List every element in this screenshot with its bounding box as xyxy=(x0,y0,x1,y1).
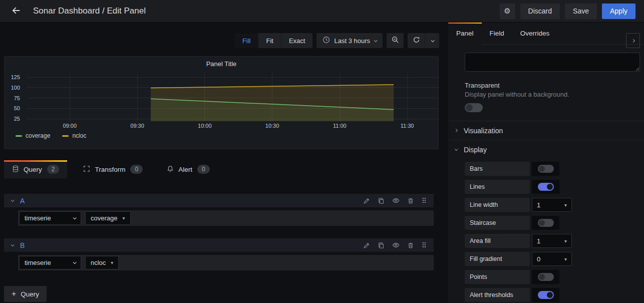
panel-title[interactable]: Panel Title xyxy=(5,57,438,70)
option-row-fill-gradient: Fill gradient0▾ xyxy=(465,252,640,266)
edit-panel-content: Fill Fit Exact Last 3 hours xyxy=(0,23,448,303)
time-range-picker[interactable]: Last 3 hours xyxy=(316,33,383,48)
transparent-description: Display panel without a background. xyxy=(465,91,640,98)
legend-swatch xyxy=(16,135,22,137)
tab-label: Query xyxy=(24,166,42,173)
option-row-alert-thresholds: Alert thresholds xyxy=(465,288,640,302)
bell-icon xyxy=(167,165,174,174)
legend-item-coverage[interactable]: coverage xyxy=(16,132,50,139)
tab-transform[interactable]: Transform 0 xyxy=(75,160,151,178)
drag-handle-icon[interactable]: ⠿ xyxy=(422,197,427,204)
datasource-select[interactable]: timeserie xyxy=(19,211,81,225)
sidebar-tab-panel[interactable]: Panel xyxy=(448,23,482,44)
tab-query[interactable]: Query 2 xyxy=(4,160,67,178)
sidebar-tab-overrides[interactable]: Overrides xyxy=(512,23,558,44)
metric-select[interactable]: coverage ▾ xyxy=(85,211,131,225)
lines-toggle[interactable] xyxy=(532,180,559,194)
legend-item-ncloc[interactable]: ncloc xyxy=(62,132,86,139)
toggle-pill xyxy=(538,219,554,227)
clock-icon xyxy=(323,36,330,45)
arrow-left-icon xyxy=(11,5,22,18)
query-row-header[interactable]: B ⠿ xyxy=(4,238,434,252)
option-row-lines: Lines xyxy=(465,180,640,194)
discard-button[interactable]: Discard xyxy=(520,4,560,19)
section-display[interactable]: Display xyxy=(448,140,644,159)
chevron-right-icon xyxy=(631,39,634,42)
toggle-knob xyxy=(466,104,473,111)
points-toggle[interactable] xyxy=(532,270,559,284)
option-sections: Visualization Display BarsLinesLine widt… xyxy=(448,121,644,302)
page-title: Sonar Dashboard / Edit Panel xyxy=(33,6,146,16)
query-row-actions: ⠿ xyxy=(363,197,427,204)
size-mode-fit[interactable]: Fit xyxy=(258,33,280,48)
panel-toolbar: Fill Fit Exact Last 3 hours xyxy=(0,23,448,48)
collapse-options-button[interactable] xyxy=(626,33,640,48)
chevron-down-icon xyxy=(374,39,378,42)
add-query-label: Query xyxy=(21,290,39,298)
line-width-select[interactable]: 1▾ xyxy=(532,198,572,212)
metric-select[interactable]: ncloc ▾ xyxy=(85,256,119,269)
collapse-chevron-icon xyxy=(11,198,15,202)
legend-label: coverage xyxy=(26,132,50,139)
tab-label: Alert xyxy=(178,166,192,173)
sidebar-tab-field[interactable]: Field xyxy=(482,23,512,44)
caret-down-icon: ▾ xyxy=(122,215,125,221)
plus-icon: + xyxy=(12,289,16,298)
edit-icon[interactable] xyxy=(363,197,370,204)
copy-icon[interactable] xyxy=(378,197,385,204)
alert-thresholds-toggle[interactable] xyxy=(532,288,559,302)
sidebar-content: Transparent Display panel without a back… xyxy=(448,53,644,302)
eye-icon[interactable] xyxy=(392,241,400,249)
collapse-chevron-icon xyxy=(11,243,15,246)
query-row-body: timeserie coverage ▾ xyxy=(18,210,434,226)
svg-text:10:30: 10:30 xyxy=(265,123,279,129)
transform-icon xyxy=(83,165,90,174)
toggle-pill xyxy=(538,183,554,191)
apply-button[interactable]: Apply xyxy=(602,4,635,19)
query-row-header[interactable]: A ⠿ xyxy=(4,194,434,207)
zoom-out-button[interactable] xyxy=(387,33,404,48)
datasource-select[interactable]: timeserie xyxy=(19,256,81,269)
legend-swatch xyxy=(62,135,69,137)
save-button[interactable]: Save xyxy=(565,4,597,19)
staircase-toggle[interactable] xyxy=(532,216,559,230)
caret-down-icon: ▾ xyxy=(564,202,567,208)
section-visualization[interactable]: Visualization xyxy=(448,121,644,140)
refresh-button-group xyxy=(408,33,439,48)
option-label: Alert thresholds xyxy=(465,288,530,302)
size-mode-exact[interactable]: Exact xyxy=(281,33,313,48)
trash-icon[interactable] xyxy=(407,242,414,249)
select-value: 1 xyxy=(537,237,540,245)
toggle-knob xyxy=(547,292,553,298)
fill-gradient-select[interactable]: 0▾ xyxy=(532,252,572,266)
tab-alert[interactable]: Alert 0 xyxy=(159,160,217,178)
refresh-interval-dropdown[interactable] xyxy=(425,33,439,48)
transparent-toggle[interactable] xyxy=(465,103,483,112)
trash-icon[interactable] xyxy=(407,197,414,204)
size-mode-fill[interactable]: Fill xyxy=(235,33,258,48)
query-ref-letter: B xyxy=(20,241,25,249)
transparent-label: Transparent xyxy=(465,82,640,89)
edit-icon[interactable] xyxy=(363,242,370,249)
caret-down-icon: ▾ xyxy=(111,260,113,265)
chevron-down-icon xyxy=(73,260,77,264)
chevron-down-icon xyxy=(431,39,434,42)
bars-toggle[interactable] xyxy=(532,162,559,176)
back-button[interactable] xyxy=(5,0,27,22)
copy-icon[interactable] xyxy=(378,242,385,249)
toggle-knob xyxy=(539,166,545,172)
drag-handle-icon[interactable]: ⠿ xyxy=(422,242,427,249)
gear-icon: ⚙ xyxy=(504,7,510,16)
option-label: Bars xyxy=(465,162,530,176)
transparent-option: Transparent Display panel without a back… xyxy=(465,82,640,112)
toggle-pill xyxy=(538,273,554,281)
add-query-button[interactable]: + Query xyxy=(4,286,47,302)
panel-description-input[interactable] xyxy=(465,53,640,72)
eye-icon[interactable] xyxy=(392,197,400,204)
refresh-button[interactable] xyxy=(408,33,425,48)
area-fill-select[interactable]: 1▾ xyxy=(532,234,572,248)
option-label: Staircase xyxy=(465,216,530,230)
svg-text:09:30: 09:30 xyxy=(130,123,144,129)
metric-value: coverage xyxy=(91,214,117,222)
dashboard-settings-button[interactable]: ⚙ xyxy=(500,4,515,19)
